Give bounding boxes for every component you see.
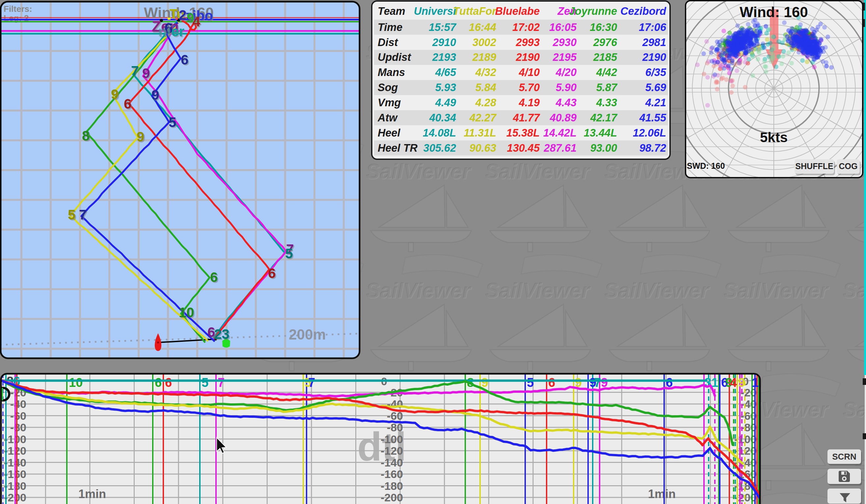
svg-text:6: 6 xyxy=(548,376,555,390)
svg-text:5.84: 5.84 xyxy=(476,82,496,93)
svg-text:287.61: 287.61 xyxy=(544,142,577,154)
svg-text:2195: 2195 xyxy=(553,51,577,63)
svg-text:5: 5 xyxy=(285,246,293,261)
svg-text:17:06: 17:06 xyxy=(639,21,666,33)
svg-text:4/10: 4/10 xyxy=(519,67,540,78)
svg-text:Heel: Heel xyxy=(378,127,401,139)
svg-text:4.33: 4.33 xyxy=(596,97,617,108)
svg-text:4: 4 xyxy=(193,14,201,29)
svg-text:10: 10 xyxy=(179,305,194,320)
svg-text:Sog: Sog xyxy=(378,82,398,93)
svg-text:SailViewer: SailViewer xyxy=(366,160,471,183)
svg-text:Heel TR: Heel TR xyxy=(378,142,418,154)
svg-text:1min: 1min xyxy=(648,487,676,501)
svg-text:16:44: 16:44 xyxy=(469,21,496,33)
svg-text:5: 5 xyxy=(68,207,75,222)
svg-text:Dist: Dist xyxy=(378,36,398,48)
svg-text:93.00: 93.00 xyxy=(590,142,617,154)
svg-text:2930: 2930 xyxy=(553,36,577,48)
svg-text:5.90: 5.90 xyxy=(556,82,577,93)
svg-text:4.43: 4.43 xyxy=(555,97,577,108)
svg-text:2981: 2981 xyxy=(642,36,666,48)
svg-text:Filters:: Filters: xyxy=(4,4,32,14)
svg-text:-40: -40 xyxy=(10,398,26,410)
svg-text:2190: 2190 xyxy=(516,51,540,63)
svg-text:SWD: 160: SWD: 160 xyxy=(687,161,725,170)
svg-text:SailViewer: SailViewer xyxy=(485,279,591,302)
svg-text:Bluelabe: Bluelabe xyxy=(495,5,540,17)
svg-text:ni: ni xyxy=(158,24,170,39)
svg-text:10: 10 xyxy=(69,376,83,390)
svg-text:-200: -200 xyxy=(381,491,403,504)
svg-text:-60: -60 xyxy=(10,410,26,422)
svg-text:2993: 2993 xyxy=(516,36,540,48)
svg-text:7: 7 xyxy=(131,63,138,79)
svg-text:5.93: 5.93 xyxy=(435,82,456,93)
svg-text:40.89: 40.89 xyxy=(549,112,577,124)
svg-text:COG: COG xyxy=(839,161,858,171)
svg-text:15.38L: 15.38L xyxy=(507,127,540,139)
svg-text:Mans: Mans xyxy=(378,67,405,78)
svg-text:42.27: 42.27 xyxy=(469,112,497,124)
svg-text:Wind: 160: Wind: 160 xyxy=(740,4,808,20)
svg-text:6: 6 xyxy=(155,376,162,390)
svg-text:11.31L: 11.31L xyxy=(464,127,496,139)
svg-text:Updist: Updist xyxy=(378,51,411,63)
svg-text:12.06L: 12.06L xyxy=(633,127,666,139)
svg-text:2910: 2910 xyxy=(432,36,456,48)
svg-text:5: 5 xyxy=(527,376,534,390)
svg-text:-80: -80 xyxy=(10,421,26,434)
svg-text:41.55: 41.55 xyxy=(639,112,666,124)
svg-text:5: 5 xyxy=(201,376,209,390)
svg-text:6: 6 xyxy=(165,376,172,390)
svg-text:16:05: 16:05 xyxy=(549,21,577,33)
svg-text:-180: -180 xyxy=(381,480,403,492)
svg-text:4/65: 4/65 xyxy=(435,67,456,78)
svg-text:2185: 2185 xyxy=(593,51,618,63)
svg-text:SHUFFLE: SHUFFLE xyxy=(795,161,833,171)
svg-text:SailViewer: SailViewer xyxy=(843,279,866,302)
svg-text:90.63: 90.63 xyxy=(469,142,496,154)
svg-text:-80: -80 xyxy=(741,421,757,434)
svg-text:-60: -60 xyxy=(741,410,757,422)
svg-text:42.17: 42.17 xyxy=(590,112,618,124)
svg-text:4: 4 xyxy=(730,376,737,390)
svg-text:4.19: 4.19 xyxy=(519,97,540,108)
svg-text:Time: Time xyxy=(378,21,402,33)
svg-text:SailViewer: SailViewer xyxy=(485,160,591,183)
svg-text:SailViewer: SailViewer xyxy=(604,279,710,302)
svg-text:4.28: 4.28 xyxy=(475,97,497,108)
svg-text:5.87: 5.87 xyxy=(596,82,618,93)
svg-text:4/20: 4/20 xyxy=(555,67,577,78)
svg-text:3002: 3002 xyxy=(473,36,496,48)
svg-text:4.21: 4.21 xyxy=(645,97,666,108)
svg-text:Team: Team xyxy=(378,5,406,17)
svg-text:8: 8 xyxy=(82,128,90,144)
svg-text:-140: -140 xyxy=(381,456,403,469)
svg-text:130.45: 130.45 xyxy=(507,142,540,154)
svg-text:Atw: Atw xyxy=(377,112,398,124)
svg-text:7: 7 xyxy=(594,376,601,390)
svg-text:9: 9 xyxy=(111,87,119,102)
svg-text:6: 6 xyxy=(210,270,218,285)
svg-text:er: er xyxy=(171,24,185,39)
svg-text:13.44L: 13.44L xyxy=(584,127,617,139)
svg-text:-120: -120 xyxy=(381,445,403,457)
svg-text:Universi: Universi xyxy=(414,5,456,17)
svg-text:Cezibord: Cezibord xyxy=(620,5,666,17)
svg-text:TuttaFor: TuttaFor xyxy=(453,5,497,17)
svg-text:SailViewer: SailViewer xyxy=(366,279,471,302)
svg-text:6: 6 xyxy=(268,265,276,281)
svg-text:5: 5 xyxy=(169,114,176,130)
svg-text:15:57: 15:57 xyxy=(429,21,457,33)
svg-text:6: 6 xyxy=(181,52,188,67)
svg-text:5.69: 5.69 xyxy=(645,82,666,93)
svg-text:2190: 2190 xyxy=(642,51,666,63)
svg-text:-100: -100 xyxy=(381,433,403,445)
svg-text:5kts: 5kts xyxy=(760,130,788,145)
svg-text:Joyrunne: Joyrunne xyxy=(569,5,617,17)
svg-text:7: 7 xyxy=(218,376,224,390)
svg-text:9: 9 xyxy=(142,66,150,81)
svg-text:SailViewer: SailViewer xyxy=(843,398,866,421)
svg-text:4.49: 4.49 xyxy=(435,97,456,108)
